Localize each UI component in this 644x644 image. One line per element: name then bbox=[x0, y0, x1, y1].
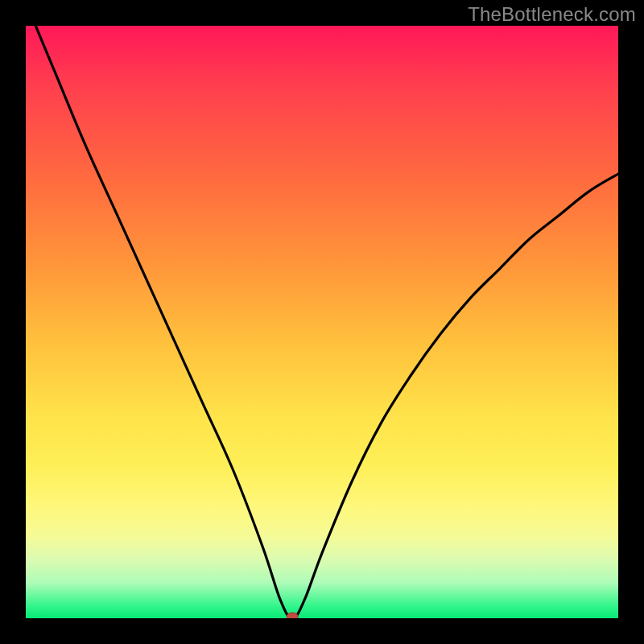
chart-frame: TheBottleneck.com bbox=[0, 0, 644, 644]
watermark-text: TheBottleneck.com bbox=[468, 3, 636, 26]
chart-svg bbox=[26, 26, 618, 618]
chart-plot-area bbox=[26, 26, 618, 618]
min-marker bbox=[287, 613, 298, 618]
bottleneck-curve bbox=[26, 26, 618, 618]
